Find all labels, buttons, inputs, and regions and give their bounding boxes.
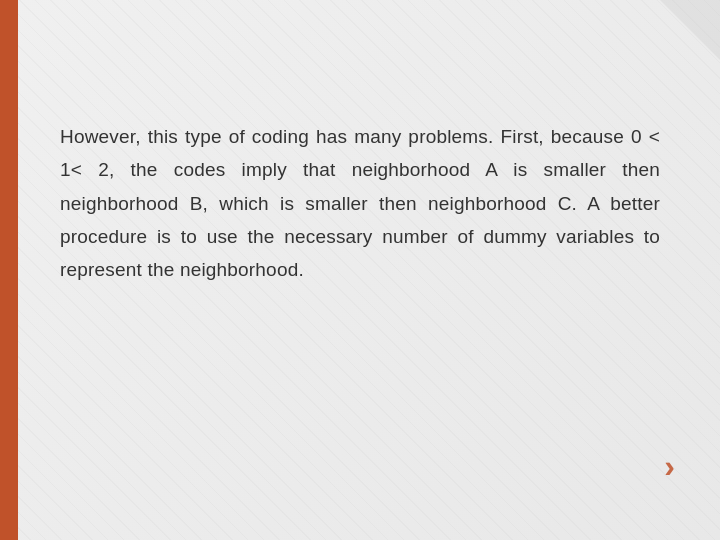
content-area: However, this type of coding has many pr… (60, 120, 660, 460)
main-paragraph: However, this type of coding has many pr… (60, 120, 660, 286)
slide-container: However, this type of coding has many pr… (0, 0, 720, 540)
top-accent-decoration (660, 0, 720, 60)
accent-bar (0, 0, 18, 540)
next-arrow[interactable]: › (664, 448, 675, 485)
